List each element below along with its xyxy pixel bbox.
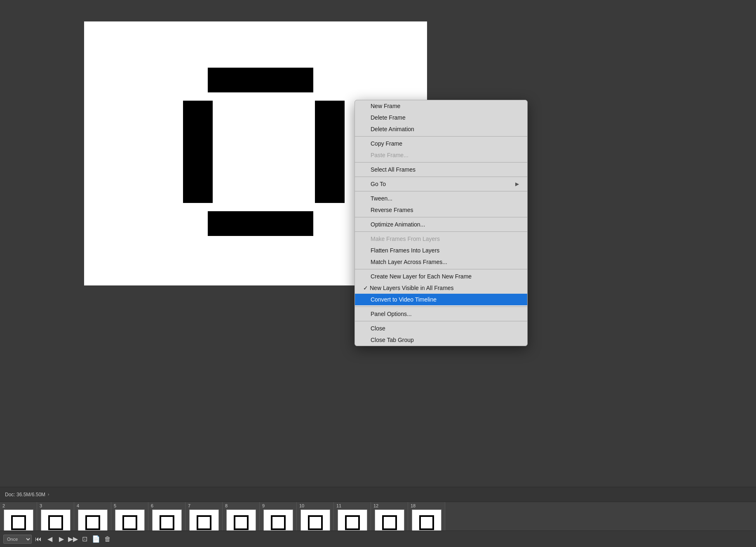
menu-item-label: Optimize Animation... <box>363 221 425 228</box>
menu-item-label: Delete Frame <box>363 114 406 121</box>
frame-number: 2 <box>0 502 5 509</box>
new-frame-button[interactable]: 📄 <box>91 534 101 544</box>
checkmark-icon: ✓ <box>363 285 368 291</box>
menu-item-label: Select All Frames <box>363 166 416 173</box>
frame-number: 12 <box>371 502 378 509</box>
bottom-controls: Once Forever 3 Times Other... ⏮ ◀ ▶ ▶▶ ⊡… <box>0 530 756 547</box>
menu-separator <box>355 231 527 232</box>
menu-separator <box>355 191 527 191</box>
menu-item-create-new-layer[interactable]: Create New Layer for Each New Frame <box>355 271 527 282</box>
menu-separator <box>355 321 527 321</box>
menu-item-go-to[interactable]: Go To▶ <box>355 178 527 190</box>
menu-item-delete-frame[interactable]: Delete Frame <box>355 112 527 123</box>
menu-separator <box>355 136 527 137</box>
doc-info-arrow: › <box>48 492 49 497</box>
frame-number: 4 <box>74 502 79 509</box>
menu-item-optimize-animation[interactable]: Optimize Animation... <box>355 219 527 230</box>
menu-item-panel-options[interactable]: Panel Options... <box>355 308 527 320</box>
pixel-left-rect <box>183 101 213 203</box>
menu-item-label: Convert to Video Timeline <box>363 296 437 303</box>
thumb-inner <box>271 515 286 530</box>
menu-item-label: ✓New Layers Visible in All Frames <box>363 285 454 291</box>
menu-separator <box>355 307 527 307</box>
pixel-right-rect <box>315 101 345 203</box>
pixel-bottom-rect <box>208 211 313 236</box>
menu-item-new-frame[interactable]: New Frame <box>355 100 527 112</box>
menu-item-label: Paste Frame... <box>363 152 409 158</box>
first-frame-button[interactable]: ⏮ <box>33 534 43 544</box>
frame-number: 11 <box>334 502 341 509</box>
play-button[interactable]: ▶ <box>56 534 66 544</box>
copy-frame-button[interactable]: ⊡ <box>80 534 89 544</box>
menu-item-select-all-frames[interactable]: Select All Frames <box>355 164 527 175</box>
frame-number: 10 <box>297 502 304 509</box>
next-frame-button[interactable]: ▶▶ <box>68 534 78 544</box>
frame-number: 9 <box>260 502 265 509</box>
frame-number: 7 <box>185 502 190 509</box>
delete-frame-button[interactable]: 🗑 <box>103 534 113 544</box>
frame-number: 18 <box>408 502 416 509</box>
menu-separator <box>355 217 527 217</box>
timeline-top-bar: Doc: 36.5M/6.50M › <box>0 487 756 502</box>
menu-item-reverse-frames[interactable]: Reverse Frames <box>355 204 527 216</box>
menu-item-flatten-frames[interactable]: Flatten Frames Into Layers <box>355 245 527 256</box>
thumb-inner <box>308 515 323 530</box>
menu-item-label: New Frame <box>363 103 400 109</box>
submenu-arrow-icon: ▶ <box>515 181 519 187</box>
context-menu: New FrameDelete FrameDelete AnimationCop… <box>355 100 528 346</box>
menu-item-label: Tween... <box>363 195 392 202</box>
thumb-inner <box>160 515 174 530</box>
menu-item-match-layer[interactable]: Match Layer Across Frames... <box>355 256 527 268</box>
pixel-top-rect <box>208 68 313 92</box>
menu-item-label: Go To <box>363 181 386 187</box>
menu-item-label: Copy Frame <box>363 140 402 147</box>
menu-item-label: Panel Options... <box>363 311 412 317</box>
thumb-inner <box>85 515 100 530</box>
menu-item-paste-frame: Paste Frame... <box>355 149 527 161</box>
menu-item-label: Make Frames From Layers <box>363 236 440 242</box>
menu-item-label: Close Tab Group <box>363 337 414 343</box>
frame-number: 5 <box>111 502 116 509</box>
doc-info-label: Doc: 36.5M/6.50M <box>5 492 45 497</box>
frame-number: 3 <box>37 502 42 509</box>
menu-item-new-layers-visible[interactable]: ✓New Layers Visible in All Frames <box>355 282 527 294</box>
menu-item-close-tab-group[interactable]: Close Tab Group <box>355 334 527 346</box>
menu-item-make-frames-from-layers: Make Frames From Layers <box>355 233 527 245</box>
thumb-inner <box>11 515 26 530</box>
menu-item-label: Delete Animation <box>363 126 414 132</box>
menu-item-tween[interactable]: Tween... <box>355 193 527 204</box>
frame-number: 8 <box>223 502 228 509</box>
thumb-inner <box>48 515 63 530</box>
frame-number: 6 <box>148 502 153 509</box>
loop-select[interactable]: Once Forever 3 Times Other... <box>3 535 32 544</box>
menu-separator <box>355 177 527 177</box>
menu-item-label: Create New Layer for Each New Frame <box>363 273 472 280</box>
thumb-inner <box>419 515 434 530</box>
prev-frame-button[interactable]: ◀ <box>45 534 55 544</box>
menu-separator <box>355 162 527 163</box>
thumb-inner <box>345 515 360 530</box>
thumb-inner <box>122 515 137 530</box>
menu-item-label: Flatten Frames Into Layers <box>363 247 439 254</box>
menu-item-copy-frame[interactable]: Copy Frame <box>355 138 527 149</box>
thumb-inner <box>234 515 249 530</box>
menu-item-convert-video-timeline[interactable]: Convert to Video Timeline <box>355 294 527 305</box>
menu-separator <box>355 269 527 269</box>
menu-item-close[interactable]: Close <box>355 323 527 334</box>
doc-info: Doc: 36.5M/6.50M › <box>5 492 49 497</box>
menu-item-delete-animation[interactable]: Delete Animation <box>355 123 527 135</box>
menu-item-label: Close <box>363 325 385 332</box>
menu-item-label: Match Layer Across Frames... <box>363 259 447 265</box>
thumb-inner <box>197 515 211 530</box>
menu-item-label: Reverse Frames <box>363 207 413 213</box>
thumb-inner <box>382 515 397 530</box>
